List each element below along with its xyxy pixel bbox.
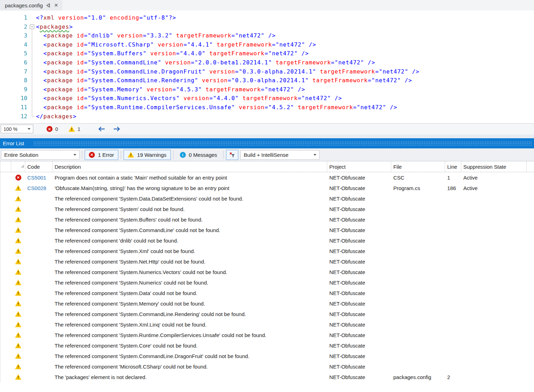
source-filter-selector[interactable]: Build + IntelliSense [240, 150, 319, 160]
table-row[interactable]: The referenced component 'dnlib' could n… [0, 235, 534, 246]
table-row[interactable]: The referenced component 'System.Command… [0, 225, 534, 235]
header-code[interactable]: Code [25, 161, 52, 172]
error-code-link[interactable] [25, 351, 52, 361]
description-cell: The referenced component 'System.Command… [52, 309, 327, 319]
table-row[interactable]: The referenced component 'System.Xml' co… [0, 246, 534, 256]
code-line[interactable]: 10 <package id="System.Numerics.Vectors"… [0, 94, 534, 103]
pin-icon[interactable] [46, 3, 51, 8]
project-cell: NET-Obfuscate [327, 372, 391, 382]
table-row[interactable]: The referenced component 'System.Numeric… [0, 267, 534, 277]
error-code-link[interactable] [25, 372, 52, 382]
error-code-link[interactable] [25, 267, 52, 277]
header-severity[interactable] [11, 161, 25, 172]
close-icon[interactable]: ✕ [54, 2, 58, 8]
header-suppression[interactable]: Suppression State [461, 161, 527, 172]
error-code-link[interactable] [25, 298, 52, 309]
error-count-icon[interactable]: ✕ [47, 126, 52, 132]
warning-icon [15, 332, 21, 338]
table-row[interactable]: The referenced component 'System' could … [0, 204, 534, 214]
code-line[interactable]: 12</packages> [0, 112, 534, 121]
messages-filter-button[interactable]: i 0 Messages [176, 150, 221, 160]
file-cell [391, 298, 445, 309]
code-line[interactable]: 1<?xml version="1.0" encoding="utf-8"?> [0, 13, 534, 22]
code-editor[interactable]: 1<?xml version="1.0" encoding="utf-8"?>2… [0, 10, 534, 123]
table-row[interactable]: CS0028 'Obfuscate.Main(string, string)' … [0, 183, 534, 193]
table-row[interactable]: The referenced component 'System.Buffers… [0, 214, 534, 225]
error-table: Code Description Project File Line Suppr… [0, 161, 534, 382]
warnings-filter-button[interactable]: 19 Warnings [124, 150, 171, 160]
header-description[interactable]: Description [52, 161, 327, 172]
navigate-back-icon[interactable] [97, 126, 106, 132]
code-line[interactable]: 11 <package id="System.Runtime.CompilerS… [0, 103, 534, 112]
file-cell: CSC [391, 172, 445, 183]
errors-filter-button[interactable]: ✕ 1 Error [85, 150, 118, 160]
table-row[interactable]: The referenced component 'System.Numeric… [0, 277, 534, 288]
code-line[interactable]: 9 <package id="System.Memory" version="4… [0, 85, 534, 94]
severity-cell [11, 330, 25, 340]
error-code-link[interactable] [25, 361, 52, 372]
warning-icon [15, 290, 21, 296]
zoom-selector[interactable]: 100 % [1, 125, 33, 133]
scope-selector[interactable]: Entire Solution [1, 150, 79, 160]
warning-icon [15, 259, 21, 264]
code-line[interactable]: 5 <package id="System.Buffers" version="… [0, 49, 534, 58]
file-cell: Program.cs [391, 183, 445, 193]
table-row[interactable]: The referenced component 'System.Runtime… [0, 330, 534, 340]
error-code-link[interactable] [25, 340, 52, 351]
pane-divider [0, 134, 534, 138]
header-project[interactable]: Project [327, 161, 391, 172]
table-row[interactable]: The 'packages' element is not declared. … [0, 372, 534, 382]
code-line[interactable]: 7 <package id="System.CommandLine.Dragon… [0, 67, 534, 76]
error-code-link[interactable] [25, 309, 52, 319]
error-code-link[interactable] [25, 277, 52, 288]
tab-packages-config[interactable]: packages.config ✕ [0, 0, 62, 10]
error-code-link[interactable] [25, 235, 52, 246]
suppression-cell [461, 214, 527, 225]
warning-count-icon[interactable] [69, 126, 75, 132]
line-number: 5 [0, 49, 27, 58]
warning-icon [15, 248, 21, 254]
code-line[interactable]: 3 <package id="dnlib" version="3.3.2" ta… [0, 31, 534, 40]
code-line[interactable]: 6 <package id="System.CommandLine" versi… [0, 58, 534, 67]
table-row[interactable]: The referenced component 'Microsoft.CSha… [0, 361, 534, 372]
error-code-link[interactable]: CS5001 [25, 172, 52, 183]
error-code-link[interactable] [25, 319, 52, 330]
suppression-cell [461, 351, 527, 361]
warning-icon [15, 364, 21, 369]
error-code-link[interactable] [25, 204, 52, 214]
table-row[interactable]: The referenced component 'System.Net.Htt… [0, 256, 534, 267]
error-code-link[interactable] [25, 288, 52, 298]
table-row[interactable]: The referenced component 'System.Data.Da… [0, 193, 534, 204]
table-row[interactable]: The referenced component 'System.Core' c… [0, 340, 534, 351]
error-code-link[interactable] [25, 256, 52, 267]
table-row[interactable]: ✕ CS5001 Program does not contain a stat… [0, 172, 534, 183]
table-row[interactable]: The referenced component 'System.Memory'… [0, 298, 534, 309]
table-row[interactable]: The referenced component 'System.Xml.Lin… [0, 319, 534, 330]
error-code-link[interactable] [25, 225, 52, 235]
warning-icon [15, 217, 21, 222]
file-cell [391, 351, 445, 361]
code-line[interactable]: 4 <package id="Microsoft.CSharp" version… [0, 40, 534, 49]
error-code-link[interactable] [25, 193, 52, 204]
suppression-cell [461, 298, 527, 309]
description-cell: The referenced component 'System.Net.Htt… [52, 256, 327, 267]
collapse-toggle-icon[interactable] [30, 24, 34, 29]
error-code-link[interactable] [25, 330, 52, 340]
navigate-forward-icon[interactable] [113, 126, 121, 132]
table-row[interactable]: The referenced component 'System.Command… [0, 351, 534, 361]
table-row[interactable]: The referenced component 'System.Command… [0, 309, 534, 319]
severity-cell [11, 193, 25, 204]
error-code-link[interactable] [25, 246, 52, 256]
header-line[interactable]: Line [445, 161, 461, 172]
error-list-titlebar[interactable]: Error List [0, 138, 534, 148]
header-file[interactable]: File [391, 161, 445, 172]
severity-cell [11, 298, 25, 309]
error-code-link[interactable]: CS0028 [25, 183, 52, 193]
suppression-cell [461, 256, 527, 267]
code-line[interactable]: 8 <package id="System.CommandLine.Render… [0, 76, 534, 85]
line-cell [445, 193, 461, 204]
clear-filter-button[interactable] [226, 150, 238, 160]
error-code-link[interactable] [25, 214, 52, 225]
code-line[interactable]: 2<packages> [0, 22, 534, 31]
table-row[interactable]: The referenced component 'System.Data' c… [0, 288, 534, 298]
